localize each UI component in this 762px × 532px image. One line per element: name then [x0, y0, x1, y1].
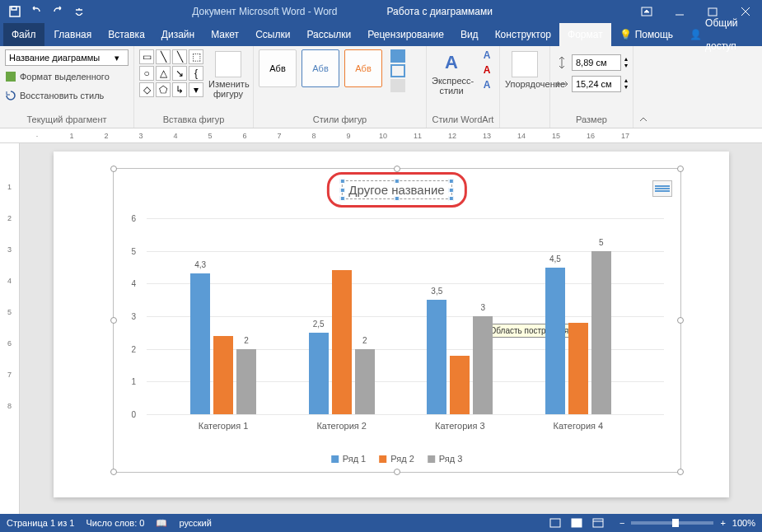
- bar[interactable]: 2: [355, 349, 375, 414]
- category-group[interactable]: 2,52: [309, 270, 375, 414]
- spinner-icon[interactable]: ▴▾: [624, 77, 628, 91]
- read-mode-button[interactable]: [545, 516, 565, 530]
- selection-handle[interactable]: [677, 317, 684, 324]
- category-group[interactable]: 3,53: [427, 300, 493, 414]
- bar[interactable]: 3,5: [427, 300, 446, 414]
- context-tab-title: Работа с диаграммами: [371, 6, 631, 17]
- shape-style-gallery[interactable]: Абв Абв Абв: [259, 49, 382, 87]
- tab-mailings[interactable]: Рассылки: [298, 23, 359, 46]
- spinner-icon[interactable]: ▴▾: [624, 56, 628, 69]
- width-icon: [555, 77, 568, 91]
- page-indicator[interactable]: Страница 1 из 1: [7, 518, 74, 528]
- qa-customize-button[interactable]: [69, 2, 89, 21]
- vertical-ruler[interactable]: 1234 5678: [0, 143, 20, 514]
- word-count[interactable]: Число слов: 0: [86, 518, 144, 528]
- selection-handle[interactable]: [677, 469, 684, 475]
- bar[interactable]: 3: [473, 316, 493, 414]
- text-fill-button[interactable]: A: [479, 49, 494, 63]
- collapse-ribbon-button[interactable]: [633, 46, 653, 128]
- chart-title-text[interactable]: Другое название: [348, 183, 444, 197]
- text-outline-button[interactable]: A: [479, 64, 494, 77]
- title-bar: Документ Microsoft Word - Word Работа с …: [0, 0, 762, 23]
- tab-home[interactable]: Главная: [46, 23, 101, 46]
- undo-button[interactable]: [26, 2, 46, 21]
- chart-plot-area[interactable]: Область построения 01234564,32Категория …: [147, 218, 664, 414]
- shape-fill-button[interactable]: [390, 49, 405, 63]
- save-button[interactable]: [5, 2, 25, 21]
- selection-handle[interactable]: [394, 469, 400, 475]
- bar[interactable]: 2,5: [309, 333, 329, 414]
- page-scroll-area[interactable]: Другое название Область построения 01234…: [20, 143, 762, 514]
- proofing-icon[interactable]: 📖: [156, 518, 167, 529]
- zoom-in-button[interactable]: +: [720, 518, 725, 528]
- tab-format[interactable]: Формат: [559, 23, 611, 46]
- document-page[interactable]: Другое название Область построения 01234…: [54, 152, 729, 497]
- style-preview[interactable]: Абв: [302, 49, 339, 87]
- shape-width-input[interactable]: [572, 76, 621, 92]
- y-tick-label: 6: [132, 214, 137, 223]
- chart-legend[interactable]: Ряд 1 Ряд 2 Ряд 3: [331, 454, 463, 464]
- legend-item[interactable]: Ряд 1: [331, 454, 367, 464]
- reset-style-button[interactable]: Восстановить стиль: [5, 87, 104, 104]
- tab-review[interactable]: Рецензирование: [359, 23, 452, 46]
- shape-effects-button[interactable]: [390, 79, 405, 92]
- web-layout-button[interactable]: [588, 516, 608, 530]
- style-preview[interactable]: Абв: [344, 49, 382, 87]
- group-shape-styles: Абв Абв Абв Стили фигур: [254, 46, 427, 128]
- chart-object[interactable]: Другое название Область построения 01234…: [113, 168, 681, 473]
- arrange-button[interactable]: Упорядочение: [505, 49, 545, 89]
- redo-button[interactable]: [48, 2, 68, 21]
- zoom-level[interactable]: 100%: [732, 518, 755, 528]
- language-indicator[interactable]: русский: [179, 518, 211, 528]
- tab-references[interactable]: Ссылки: [247, 23, 298, 46]
- style-preview[interactable]: Абв: [259, 49, 297, 87]
- selection-handle[interactable]: [677, 166, 684, 172]
- ribbon-options-button[interactable]: [630, 0, 663, 23]
- shape-gallery[interactable]: ▭╲╲⬚ ○△↘{ ◇⬠↳▾: [139, 49, 203, 97]
- selection-handle[interactable]: [394, 166, 400, 172]
- shape-height-input[interactable]: [572, 54, 621, 71]
- group-label: Стили WordArt: [432, 113, 494, 126]
- bar[interactable]: 2: [236, 349, 256, 414]
- chart-element-selector[interactable]: Название диаграммы ▾: [5, 49, 129, 66]
- chart-title-container[interactable]: Другое название: [341, 180, 451, 199]
- tab-file[interactable]: Файл: [3, 23, 44, 46]
- text-effects-button[interactable]: A: [479, 79, 494, 92]
- format-selection-button[interactable]: Формат выделенного: [5, 68, 110, 85]
- change-shape-button[interactable]: Изменить фигуру: [208, 49, 248, 99]
- tab-view[interactable]: Вид: [452, 23, 487, 46]
- minimize-button[interactable]: [663, 0, 696, 23]
- help-button[interactable]: 💡Помощь: [611, 23, 681, 46]
- selection-handle[interactable]: [110, 166, 117, 172]
- bar[interactable]: [213, 336, 233, 414]
- layout-options-button[interactable]: [652, 180, 672, 197]
- tab-insert[interactable]: Вставка: [100, 23, 153, 46]
- wordart-quick-styles-button[interactable]: A Экспресс-стили: [432, 49, 471, 96]
- bar[interactable]: 4,5: [545, 268, 565, 415]
- horizontal-ruler[interactable]: ·1234 56789 1011121314 151617: [0, 128, 762, 143]
- tab-chart-design[interactable]: Конструктор: [487, 23, 559, 46]
- group-arrange: Упорядочение: [500, 46, 550, 128]
- print-layout-button[interactable]: [567, 516, 587, 530]
- legend-item[interactable]: Ряд 3: [428, 454, 463, 464]
- category-group[interactable]: 4,55: [545, 251, 611, 414]
- bar[interactable]: 4,3: [190, 273, 210, 414]
- shape-outline-button[interactable]: [390, 64, 405, 77]
- zoom-out-button[interactable]: −: [619, 518, 624, 528]
- tab-design[interactable]: Дизайн: [153, 23, 203, 46]
- selection-handle[interactable]: [110, 469, 117, 475]
- category-group[interactable]: 4,32: [190, 273, 256, 414]
- share-button[interactable]: 👤Общий доступ: [681, 23, 762, 46]
- selection-handle[interactable]: [110, 317, 117, 324]
- group-size: ▴▾ ▴▾ Размер: [550, 46, 633, 128]
- legend-item[interactable]: Ряд 2: [379, 454, 414, 464]
- legend-swatch: [379, 455, 386, 463]
- bar[interactable]: [568, 323, 588, 414]
- zoom-slider[interactable]: [631, 521, 713, 525]
- bar[interactable]: 5: [591, 251, 611, 414]
- bar[interactable]: [332, 270, 352, 414]
- tab-layout[interactable]: Макет: [203, 23, 247, 46]
- chart-title-selection[interactable]: Другое название: [341, 180, 451, 199]
- zoom-thumb[interactable]: [672, 519, 679, 527]
- bar[interactable]: [450, 356, 470, 414]
